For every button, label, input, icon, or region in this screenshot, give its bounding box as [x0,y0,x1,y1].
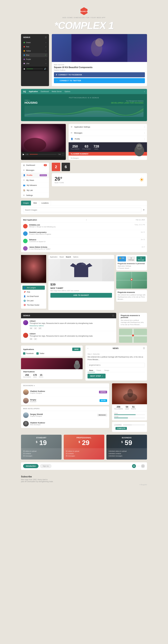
dash-item-profile[interactable]: 👤 Profile PREMIUM [21,173,49,178]
designer-avatar-3 [23,412,29,418]
dash-item-views[interactable]: 👁 My Views [21,178,49,183]
news-menu-icon[interactable]: ☰ [143,347,145,350]
video-progress-bar[interactable] [30,154,57,154]
designer-name-2: Sergey [30,399,98,401]
notif-twitter-option[interactable]: ✓ Twitter [36,352,44,354]
search-input[interactable] [23,208,141,212]
dashboard-menu: ▦ Dashboard 29 ✉ Messages 👤 Profile [21,163,49,198]
mail-item-4[interactable]: James Niekwi @Jnmia is now following you… [21,245,147,252]
mail-item-2[interactable]: Dominik Laurycowics Posted a New Work in… [21,230,147,237]
tab-introduction[interactable]: Introduction [23,464,39,468]
housing-topic: TOPIC 1 [25,100,38,101]
nav-dashboard[interactable]: Dashboard [41,90,49,92]
checkbox-facebook[interactable]: ✓ [23,352,25,354]
shop-nav-board[interactable]: Board [60,256,64,258]
shop-nav-search[interactable]: Search [66,256,71,258]
dash-item-lab[interactable]: 🏠 My Lab [21,188,49,193]
shop-nav-options[interactable]: Options [73,256,78,258]
stat-followers: 250 Followers [71,144,79,150]
settings-messages-label: Messages [74,132,82,134]
message-button[interactable]: ✉ Message [136,256,146,262]
nav-media-server[interactable]: Media Server [52,90,62,92]
genius-item-lilac[interactable]: Lilac + [22,62,48,66]
shop-dates: Nice reign from 1500 to 1507 was marked [48,289,114,293]
volume-icon[interactable]: 🔊 [44,68,46,70]
next-step-button[interactable]: NEXT STEP › [88,374,106,378]
dash-item-followers[interactable]: 👥 My followers [21,183,49,188]
add-to-basket-button[interactable]: ADD TO BASKET [50,293,112,298]
genius-item-purple[interactable]: Purple + [22,57,48,61]
dash-item-dashboard[interactable]: ▦ Dashboard 29 [21,163,49,168]
connect-twitter-button[interactable]: 🐦 CONNECT To TWItteR [54,78,145,83]
genius-item-action-red[interactable]: + [45,46,46,48]
dash-item-messages[interactable]: ✉ Messages [21,168,49,173]
side-menu-ant-lavigne[interactable]: 👤 Ant Lavigne [22,286,45,290]
designer-action-napkin[interactable]: Napkin [99,391,107,394]
genius-item-green[interactable]: Green + [22,40,48,44]
connect-facebook-button[interactable]: f CONNECT To FACEBOOK [54,72,145,77]
genius-item-action-blue[interactable]: ✓ [45,54,46,56]
genius-feed-menu-icon[interactable]: ☰ [112,314,114,317]
profile-mini-name: Vlad Kudinov [23,371,80,373]
designer-info-1: Vladimir Kudinov Graphic Designer [30,390,98,394]
feed-reply-btn-2[interactable]: ↩ [34,338,37,340]
search-tab-locations[interactable]: Locations [39,201,51,206]
loading-bar-fill [123,424,132,425]
news-tab-design[interactable]: Design [103,369,111,372]
weather-temp: 26° [55,176,64,182]
genius-item-yellow[interactable]: Yellow + [22,49,48,53]
send-button[interactable]: SEND [72,348,80,351]
search-tab-images[interactable]: Images [21,201,31,206]
side-menu-on-land[interactable]: 🌍 On-Land [22,299,45,303]
designer-action-skype[interactable]: Skype [100,399,107,402]
genius-item-action-green[interactable]: + [45,42,46,44]
genius-menu-icon[interactable]: ☰ [45,36,47,39]
video-play-button[interactable]: ▶ [23,153,24,156]
like-button[interactable]: 👍 Like [118,256,126,262]
dash-dashboard-label: Dashboard [26,164,35,166]
mail-item-3[interactable]: Behance Comment on Square UI Jan 10 [21,237,147,245]
settings-button[interactable]: ⚙ Settings [127,256,135,262]
tab-signup[interactable]: Sign Up [40,464,51,468]
side-menu-pink[interactable]: 📌 Pink [22,290,45,294]
news-tab-forum[interactable]: Forum [95,369,103,372]
news-email-input[interactable] [88,363,145,367]
prog-bar-track-views [114,414,145,415]
side-menu-dear-hunter[interactable]: 🎯 The Dear Hunter [22,303,45,307]
feed-reply-btn-1[interactable]: ↩ [34,327,37,329]
chevron-right-icon[interactable]: › [144,90,145,93]
logo-hex: SQUARE UP [80,7,88,15]
search-tab-web[interactable]: Web [31,201,39,206]
genius-item-action-purple[interactable]: + [45,58,46,60]
weather-card: 26° NEW YORK ☀ [52,173,147,186]
genius-item-action-lilac[interactable]: + [45,62,46,64]
mail-item-1[interactable]: Dribbble.com Michael J. Morger is now fo… [21,222,147,230]
section-4: ▦ Dashboard 29 ✉ Messages 👤 Profile [21,163,147,198]
likes-label: Likes [94,148,99,150]
feed-like-btn-2[interactable]: ♥ [30,338,33,340]
settings-item-messages[interactable]: ✉ Messages › [69,130,147,136]
side-menu-parish[interactable]: 👤 Ant Shall Parish [22,294,45,298]
nav-application[interactable]: Application [29,90,38,92]
settings-item-profile[interactable]: 👤 Profile › [69,136,147,142]
settings-item-app[interactable]: ⚙ Application Settings › [69,124,147,130]
shop-nav-app[interactable]: Application [50,256,57,258]
fullscreen-icon[interactable]: ⛶ [62,153,64,156]
dash-item-settings[interactable]: ⚙ Settings [21,193,49,198]
news-tab-news[interactable]: News [88,369,95,372]
news-prev-icon[interactable]: ‹ [88,347,88,350]
search-dropdown-icon[interactable]: ▼ [143,209,145,211]
progress-bar[interactable] [27,69,43,69]
genius-item-blue[interactable]: Blue ✓ [22,53,48,57]
designer-action-message[interactable]: Message [97,414,107,416]
feed-retweet-btn-1[interactable]: ↺ [38,327,42,329]
checkbox-twitter[interactable]: ✓ [36,352,39,354]
news-header: ‹ NEWS ☰ [86,346,147,351]
feed-like-btn-1[interactable]: ♥ [30,327,33,329]
genius-item-action-yellow[interactable]: + [45,50,46,52]
notif-facebook-option[interactable]: ✓ Facebook [23,352,34,354]
genius-item-red[interactable]: Red + [22,45,48,49]
play-button[interactable]: ▶ [24,68,25,70]
mail-nav-icon[interactable]: › [86,218,87,221]
nav-options[interactable]: Options [64,90,70,92]
